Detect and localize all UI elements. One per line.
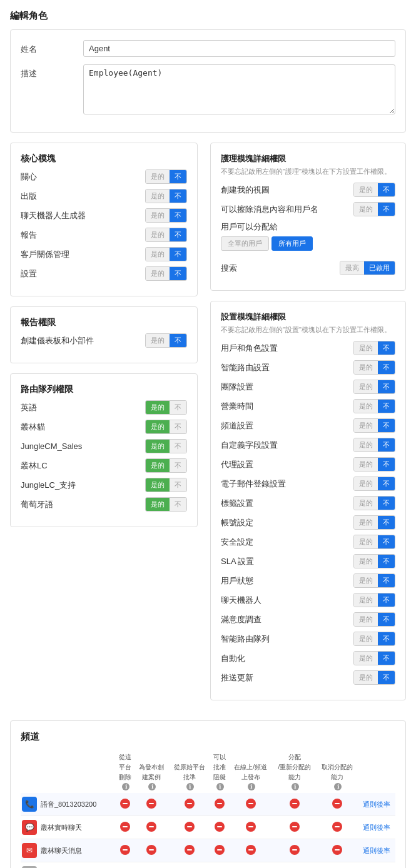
settings-yes-17[interactable]: 是的: [354, 671, 378, 684]
delete-circle-1[interactable]: [120, 822, 130, 832]
assign-circle-2[interactable]: [290, 845, 300, 855]
module-toggle-2[interactable]: 是的 不: [145, 208, 187, 223]
remove-msg-toggle[interactable]: 是的 不: [353, 202, 395, 216]
channel-block-1[interactable]: [210, 816, 229, 839]
settings-no-2[interactable]: 不: [378, 380, 395, 393]
settings-toggle-7[interactable]: 是的 不: [353, 477, 395, 491]
search-yes[interactable]: 最高: [340, 261, 364, 275]
process-info-icon[interactable]: ℹ: [186, 783, 194, 790]
settings-no-10[interactable]: 不: [378, 535, 395, 548]
channel-assign-2[interactable]: [273, 839, 317, 862]
settings-yes-2[interactable]: 是的: [354, 380, 378, 393]
channel-process-1[interactable]: [168, 816, 210, 839]
module-yes-1[interactable]: 是的: [146, 189, 170, 203]
assign-btn-1[interactable]: 全單的用戶: [221, 236, 269, 251]
channel-create-3[interactable]: [134, 862, 168, 869]
settings-no-11[interactable]: 不: [378, 555, 395, 568]
report-yes-0[interactable]: 是的: [146, 334, 170, 347]
create-view-toggle[interactable]: 是的 不: [353, 183, 395, 197]
unassign-info-icon[interactable]: ℹ: [334, 783, 342, 790]
channel-block-3[interactable]: [210, 862, 229, 869]
assign-info-icon[interactable]: ℹ: [292, 783, 299, 790]
settings-no-8[interactable]: 不: [378, 497, 395, 510]
settings-no-7[interactable]: 不: [378, 477, 395, 490]
module-yes-0[interactable]: 是的: [146, 170, 170, 183]
settings-toggle-6[interactable]: 是的 不: [353, 457, 395, 472]
settings-no-13[interactable]: 不: [378, 593, 395, 607]
create-circle-2[interactable]: [146, 845, 156, 855]
block-info-icon[interactable]: ℹ: [216, 783, 224, 790]
settings-yes-9[interactable]: 是的: [354, 516, 378, 529]
settings-toggle-15[interactable]: 是的 不: [353, 632, 395, 646]
block-circle-1[interactable]: [215, 822, 225, 832]
name-input[interactable]: [83, 40, 395, 57]
unassign-circle-2[interactable]: [332, 845, 342, 855]
module-no-1[interactable]: 不: [170, 189, 186, 203]
channel-publish-3[interactable]: [229, 862, 273, 869]
route-yes-3[interactable]: 是的: [146, 459, 170, 472]
unassign-circle-1[interactable]: [332, 822, 342, 832]
settings-no-4[interactable]: 不: [378, 419, 395, 432]
settings-toggle-3[interactable]: 是的 不: [353, 399, 395, 413]
route-toggle-4[interactable]: 是的 不: [145, 478, 187, 492]
settings-toggle-10[interactable]: 是的 不: [353, 535, 395, 549]
settings-toggle-14[interactable]: 是的 不: [353, 612, 395, 627]
module-toggle-0[interactable]: 是的 不: [145, 169, 187, 184]
module-no-4[interactable]: 不: [170, 248, 186, 261]
block-circle-0[interactable]: [215, 799, 225, 809]
module-yes-2[interactable]: 是的: [146, 209, 170, 222]
settings-no-5[interactable]: 不: [378, 438, 395, 452]
settings-toggle-12[interactable]: 是的 不: [353, 573, 395, 588]
route-no-1[interactable]: 不: [170, 420, 186, 433]
block-circle-2[interactable]: [215, 845, 225, 855]
settings-no-0[interactable]: 不: [378, 341, 395, 355]
publish-info-icon[interactable]: ℹ: [248, 783, 255, 790]
route-no-3[interactable]: 不: [170, 459, 186, 472]
report-toggle-0[interactable]: 是的 不: [145, 333, 187, 348]
create-info-icon[interactable]: ℹ: [148, 783, 156, 790]
delete-circle-0[interactable]: [120, 799, 130, 809]
settings-no-3[interactable]: 不: [378, 400, 395, 413]
settings-yes-4[interactable]: 是的: [354, 419, 378, 432]
settings-yes-15[interactable]: 是的: [354, 632, 378, 645]
settings-toggle-4[interactable]: 是的 不: [353, 418, 395, 433]
settings-yes-1[interactable]: 是的: [354, 361, 378, 374]
route-toggle-0[interactable]: 是的 不: [145, 400, 187, 415]
settings-toggle-11[interactable]: 是的 不: [353, 554, 395, 568]
route-yes-5[interactable]: 是的: [146, 498, 170, 511]
delete-circle-2[interactable]: [120, 845, 130, 855]
create-view-no[interactable]: 不: [378, 183, 395, 196]
channel-unassign-0[interactable]: [317, 793, 358, 816]
settings-toggle-0[interactable]: 是的 不: [353, 341, 395, 355]
create-circle-0[interactable]: [146, 799, 156, 809]
settings-yes-16[interactable]: 是的: [354, 652, 378, 665]
settings-toggle-2[interactable]: 是的 不: [353, 380, 395, 394]
channel-assign-3[interactable]: [273, 862, 317, 869]
route-yes-0[interactable]: 是的: [146, 401, 170, 414]
channel-process-0[interactable]: [168, 793, 210, 816]
channel-detail-1[interactable]: 通則後率: [358, 816, 395, 839]
channel-assign-1[interactable]: [273, 816, 317, 839]
process-circle-0[interactable]: [185, 799, 195, 809]
publish-circle-0[interactable]: [246, 799, 256, 809]
module-toggle-3[interactable]: 是的 不: [145, 228, 187, 242]
module-no-0[interactable]: 不: [170, 170, 186, 183]
module-no-5[interactable]: 不: [170, 267, 186, 280]
desc-input[interactable]: Employee(Agent): [83, 64, 395, 114]
settings-no-14[interactable]: 不: [378, 613, 395, 626]
channel-create-2[interactable]: [134, 839, 168, 862]
route-toggle-5[interactable]: 是的 不: [145, 497, 187, 512]
report-no-0[interactable]: 不: [170, 334, 186, 347]
assign-btn-2[interactable]: 所有用戶: [271, 236, 313, 251]
settings-yes-5[interactable]: 是的: [354, 438, 378, 452]
channel-unassign-3[interactable]: [317, 862, 358, 869]
channel-process-3[interactable]: [168, 862, 210, 869]
module-no-2[interactable]: 不: [170, 209, 186, 222]
channel-assign-0[interactable]: [273, 793, 317, 816]
settings-no-17[interactable]: 不: [378, 671, 395, 684]
create-circle-1[interactable]: [146, 822, 156, 832]
settings-no-15[interactable]: 不: [378, 632, 395, 645]
channel-block-0[interactable]: [210, 793, 229, 816]
channel-unassign-2[interactable]: [317, 839, 358, 862]
channel-detail-3[interactable]: 通則後率: [358, 862, 395, 869]
